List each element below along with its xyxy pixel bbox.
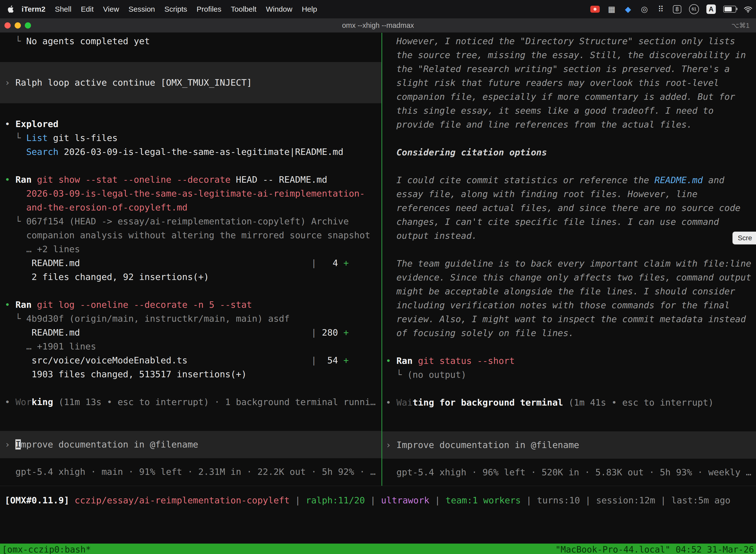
tmux-session-label: [omx-cczip0:bash* <box>2 545 91 554</box>
apple-menu-icon[interactable] <box>6 4 15 14</box>
terminal-line: › Ralph loop active continue [OMX_TMUX_I… <box>0 76 381 90</box>
terminal-pane-left[interactable]: └ No agents completed yet › Ralph loop a… <box>0 33 381 486</box>
window-title-bar: omx --xhigh --madmax ⌥⌘1 <box>0 18 756 33</box>
terminal-line <box>382 159 756 173</box>
right-pane-status-line: gpt-5.4 xhigh · 96% left · 520K in · 5.8… <box>382 465 756 479</box>
terminal-line: changes, I can't cite specific file line… <box>382 215 756 229</box>
tmux-status-bar: [omx-cczip0:bash* "MacBook-Pro-44.local"… <box>0 544 756 554</box>
terminal-line: • Ran git show --stat --oneline --decora… <box>0 173 381 187</box>
menu-item-app[interactable]: iTerm2 <box>17 0 50 18</box>
terminal-line: review. Also, I might want to inspect th… <box>382 312 756 326</box>
prompt-input-left[interactable]: › Improve documentation in @filename <box>0 431 381 458</box>
terminal-line: … +2 lines <box>0 242 381 256</box>
menu-item-help[interactable]: Help <box>297 0 322 18</box>
window-title: omx --xhigh --madmax <box>0 21 756 30</box>
terminal-area: └ No agents completed yet › Ralph loop a… <box>0 33 756 486</box>
left-pane-log: • Explored └ List git ls-files Search 20… <box>0 117 381 409</box>
terminal-line: Considering citation options <box>382 146 756 159</box>
terminal-pane-right[interactable]: However, I noticed the "Directory Struct… <box>382 33 756 486</box>
terminal-line <box>382 243 756 257</box>
terminal-line: output instead. <box>382 229 756 243</box>
terminal-line: However, I noticed the "Directory Struct… <box>382 34 756 48</box>
grid-icon[interactable]: ▦ <box>607 3 616 15</box>
menu-item-list: ShellEditViewSessionScriptsProfilesToolb… <box>50 0 322 18</box>
terminal-line: README.md | 4 + <box>0 256 381 270</box>
menu-item-toolbelt[interactable]: Toolbelt <box>226 0 261 18</box>
battery-percent-badge[interactable]: 61 <box>689 3 699 15</box>
screenshot-preview-label: Scre <box>738 234 752 242</box>
terminal-line: [OMX#0.11.9] cczip/essay/ai-reimplementa… <box>0 493 756 507</box>
menu-item-shell[interactable]: Shell <box>50 0 76 18</box>
terminal-line: of focusing solely on file lines. <box>382 326 756 340</box>
terminal-line: › Improve documentation in @filename <box>0 438 381 451</box>
terminal-line: companion file, especially if more comme… <box>382 90 756 104</box>
key-badge-icon[interactable]: 8 <box>673 3 682 15</box>
dots-grid-icon[interactable]: ⠿ <box>656 3 665 15</box>
terminal-line: slight risk that future readers may over… <box>382 76 756 90</box>
terminal-line: • Explored <box>0 117 381 131</box>
terminal-line: 2 files changed, 92 insertions(+) <box>0 270 381 284</box>
terminal-line: 2026-03-09-is-legal-the-same-as-legitima… <box>0 187 381 201</box>
menu-bar: iTerm2 ShellEditViewSessionScriptsProfil… <box>0 0 756 18</box>
battery-icon[interactable] <box>723 3 736 15</box>
keyboard-layout-icon[interactable]: A <box>706 3 716 15</box>
menu-item-profiles[interactable]: Profiles <box>192 0 226 18</box>
terminal-line: • Ran git log --oneline --decorate -n 5 … <box>0 298 381 312</box>
left-pane-pre: └ No agents completed yet <box>0 34 381 48</box>
screenshot-preview-overlay[interactable]: Scre <box>733 232 756 244</box>
menubar-status-icons: ▦◆◎⠿861A <box>590 0 753 18</box>
app-icon-blue[interactable]: ◆ <box>624 3 632 15</box>
menu-item-session[interactable]: Session <box>124 0 160 18</box>
tmux-host-clock: "MacBook-Pro-44.local" 04:52 31-Mar-26 <box>555 545 754 554</box>
left-pane-status-line: gpt-5.4 xhigh · main · 91% left · 2.31M … <box>0 465 381 479</box>
menu-item-scripts[interactable]: Scripts <box>160 0 192 18</box>
terminal-line: └ 067f154 (HEAD -> essay/ai-reimplementa… <box>0 214 381 228</box>
omx-status-bar: [OMX#0.11.9] cczip/essay/ai-reimplementa… <box>0 486 756 544</box>
screen-recording-icon[interactable] <box>590 3 600 15</box>
prompt-input-right[interactable]: › Improve documentation in @filename <box>382 431 756 459</box>
terminal-line: I could cite commit statistics or refere… <box>382 173 756 187</box>
terminal-line: gpt-5.4 xhigh · main · 91% left · 2.31M … <box>0 465 381 479</box>
menu-item-edit[interactable]: Edit <box>76 0 99 18</box>
terminal-line: essay file, along with finding root file… <box>382 187 756 201</box>
terminal-line: the source tree, missing the essay. Stil… <box>382 48 756 62</box>
menu-item-window[interactable]: Window <box>261 0 297 18</box>
terminal-line: the "Related research writing" section i… <box>382 62 756 76</box>
terminal-line: README.md | 280 + <box>0 326 381 340</box>
menu-item-view[interactable]: View <box>99 0 124 18</box>
menu-items: iTerm2 <box>17 0 50 18</box>
terminal-line: 1903 files changed, 513517 insertions(+) <box>0 367 381 381</box>
right-pane-log: However, I noticed the "Directory Struct… <box>382 34 756 409</box>
terminal-line <box>382 340 756 354</box>
terminal-line: └ 4b9d30f (origin/main, instructkr/main,… <box>0 312 381 326</box>
terminal-line: • Ran git status --short <box>382 354 756 368</box>
terminal-line: and-the-erosion-of-copyleft.md <box>0 201 381 214</box>
terminal-line: └ No agents completed yet <box>0 34 381 48</box>
window-shortcut-badge: ⌥⌘1 <box>732 21 750 30</box>
terminal-line: • Working (11m 13s • esc to interrupt) ·… <box>0 395 381 409</box>
terminal-line <box>0 284 381 298</box>
terminal-line: └ (no output) <box>382 368 756 382</box>
terminal-line: companion analysis without altering the … <box>0 228 381 242</box>
terminal-line: └ List git ls-files <box>0 131 381 145</box>
terminal-line: might be acceptable alongside the file l… <box>382 284 756 298</box>
terminal-line: … +1901 lines <box>0 340 381 353</box>
terminal-line <box>0 159 381 173</box>
terminal-line: evidence. Since this change only affects… <box>382 271 756 284</box>
ralph-loop-banner: › Ralph loop active continue [OMX_TMUX_I… <box>0 62 381 103</box>
wifi-icon[interactable] <box>744 3 753 15</box>
terminal-line <box>0 381 381 395</box>
terminal-line: • Waiting for background terminal (1m 41… <box>382 396 756 409</box>
terminal-line <box>382 382 756 396</box>
terminal-line: references need actual files, and since … <box>382 201 756 215</box>
terminal-line: › Improve documentation in @filename <box>382 438 756 452</box>
terminal-line: this single essay, it seems like a good … <box>382 104 756 118</box>
terminal-line: Search 2026-03-09-is-legal-the-same-as-l… <box>0 145 381 159</box>
terminal-line: provide file and line references from th… <box>382 118 756 131</box>
terminal-line: The team guideline is to back every impo… <box>382 257 756 271</box>
terminal-line: gpt-5.4 xhigh · 96% left · 520K in · 5.8… <box>382 465 756 479</box>
app-icon-dark[interactable]: ◎ <box>640 3 649 15</box>
terminal-line: src/voice/voiceModeEnabled.ts | 54 + <box>0 353 381 367</box>
terminal-line <box>382 131 756 146</box>
terminal-line: including verification notes with those … <box>382 298 756 312</box>
